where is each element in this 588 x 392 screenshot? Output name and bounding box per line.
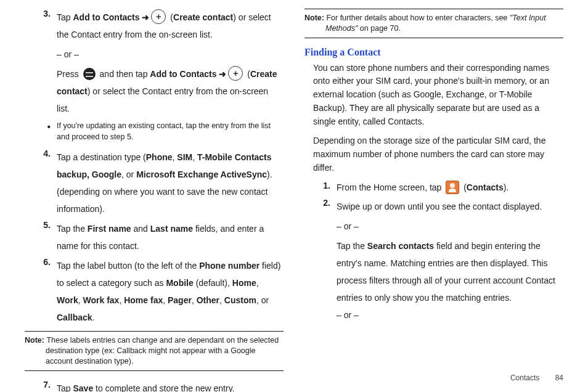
step-7: 7. Tap Save to complete and store the ne… xyxy=(25,380,284,392)
note-text: These labels entries can change and are … xyxy=(46,336,279,365)
page-number: 84 xyxy=(555,374,563,382)
step-1: 1. From the Home screen, tap (Contacts). xyxy=(304,181,563,195)
footer-section: Contacts xyxy=(510,374,539,382)
menu-icon xyxy=(83,68,96,80)
contacts-icon xyxy=(446,181,459,194)
step-body: Tap the First name and Last name fields,… xyxy=(57,220,284,255)
or-divider: – or – xyxy=(337,306,563,324)
note-label: Note: xyxy=(304,14,326,22)
section-heading: Finding a Contact xyxy=(304,47,563,58)
step-5: 5. Tap the First name and Last name fiel… xyxy=(25,220,284,255)
arrow-icon xyxy=(216,69,226,79)
left-column: 3. Tap Add to Contacts (Create contact) … xyxy=(25,9,284,357)
note-labels: Note: These labels entries can change an… xyxy=(25,331,284,371)
bullet-note: • If you're updating an existing contact… xyxy=(25,121,284,142)
step-body: Tap a destination type (Phone, SIM, T-Mo… xyxy=(57,149,284,218)
step-body: Tap the label button (to the left of the… xyxy=(57,257,284,326)
step-number: 4. xyxy=(25,149,57,218)
step-2: 2. Swipe up or down until you see the co… xyxy=(304,198,563,215)
step-number: 2. xyxy=(304,198,337,215)
step-number: 5. xyxy=(25,220,57,255)
or-divider: – or – xyxy=(337,218,563,235)
step-body: From the Home screen, tap (Contacts). xyxy=(337,181,563,195)
step-2-alt: Tap the Search contacts field and begin … xyxy=(304,237,563,306)
step-6: 6. Tap the label button (to the left of … xyxy=(25,257,284,326)
arrow-icon xyxy=(140,12,150,22)
right-column: Note: For further details about how to e… xyxy=(304,9,563,357)
step-3: 3. Tap Add to Contacts (Create contact) … xyxy=(25,9,284,43)
page-footer: Contacts 84 xyxy=(510,374,563,382)
plus-circle-icon xyxy=(228,66,243,81)
paragraph: You can store phone numbers and their co… xyxy=(304,62,563,128)
step-body: Tap Save to complete and store the new e… xyxy=(57,380,284,392)
plus-circle-icon xyxy=(151,9,166,24)
step-3-alt: Press and then tap Add to Contacts (Crea… xyxy=(25,65,284,117)
step-4: 4. Tap a destination type (Phone, SIM, T… xyxy=(25,149,284,218)
paragraph: Depending on the storage size of the par… xyxy=(304,134,563,174)
step-body: Tap Add to Contacts (Create contact) or … xyxy=(57,9,284,43)
step-body: Swipe up or down until you see the conta… xyxy=(337,198,563,215)
step-number: 7. xyxy=(25,380,57,392)
step-number: 6. xyxy=(25,257,57,326)
page-content: 3. Tap Add to Contacts (Create contact) … xyxy=(0,0,588,357)
step-number: 3. xyxy=(25,9,57,43)
bullet-marker: • xyxy=(25,121,57,142)
note-text-input: Note: For further details about how to e… xyxy=(304,9,563,38)
step-number: 1. xyxy=(304,181,337,195)
bullet-text: If you're updating an existing contact, … xyxy=(57,121,284,142)
or-divider: – or – xyxy=(57,46,284,63)
note-label: Note: xyxy=(25,336,46,345)
